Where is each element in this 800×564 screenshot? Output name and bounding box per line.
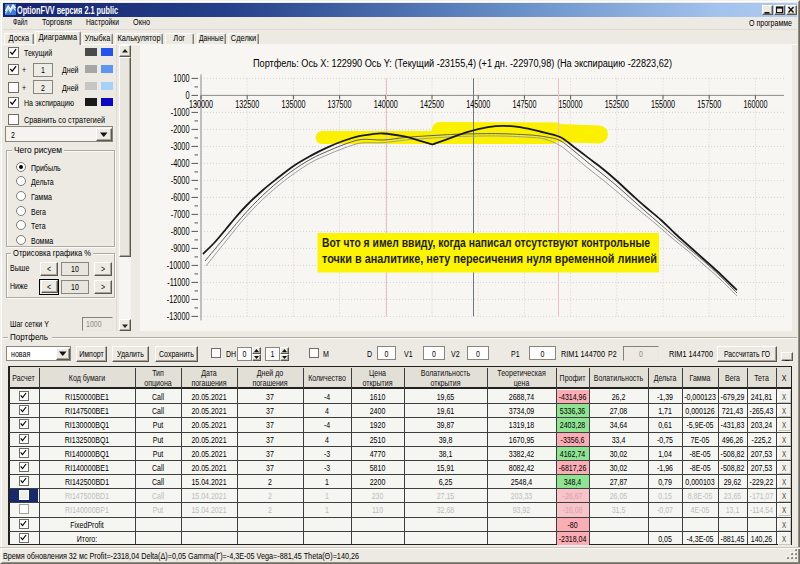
svg-text:32,68: 32,68: [437, 504, 455, 515]
svg-text:Put: Put: [153, 504, 164, 515]
svg-text:RI132500BQ1: RI132500BQ1: [65, 434, 110, 445]
svg-text:142500: 142500: [420, 99, 444, 110]
svg-text:19,61: 19,61: [437, 405, 455, 416]
svg-text:Портфель: Портфель: [10, 331, 48, 342]
svg-text:-4: -4: [324, 419, 330, 430]
svg-text:-3: -3: [324, 448, 330, 459]
svg-text:RI140000BE1: RI140000BE1: [65, 462, 109, 473]
svg-text:23,65: 23,65: [724, 490, 742, 501]
svg-text:2688,74: 2688,74: [509, 391, 534, 402]
svg-text:37: 37: [266, 448, 274, 459]
svg-text:30,02: 30,02: [610, 462, 628, 473]
svg-text:Сохранить: Сохранить: [159, 348, 194, 359]
svg-text:Текущий: Текущий: [24, 47, 52, 58]
svg-text:3734,09: 3734,09: [509, 405, 534, 416]
svg-text:Тета: Тета: [754, 372, 769, 383]
svg-text:137500: 137500: [328, 99, 352, 110]
svg-text:2: 2: [11, 129, 15, 140]
svg-text:V1: V1: [404, 348, 413, 359]
svg-text:X: X: [782, 449, 786, 459]
svg-text:2: 2: [268, 476, 272, 487]
svg-text:открытия: открытия: [431, 377, 461, 388]
svg-text:Call: Call: [152, 490, 164, 501]
svg-text:-5000: -5000: [171, 175, 190, 186]
svg-text:RI147500BD1: RI147500BD1: [65, 490, 109, 501]
svg-text:0,05: 0,05: [658, 533, 672, 544]
svg-text:RI140000BP1: RI140000BP1: [65, 504, 109, 515]
svg-text:RIM1 144700: RIM1 144700: [669, 348, 713, 359]
svg-text:_: _: [784, 350, 789, 361]
svg-text:39,87: 39,87: [437, 419, 455, 430]
svg-text:29,62: 29,62: [724, 476, 742, 487]
svg-text:Калькулятор: Калькулятор: [118, 32, 161, 43]
svg-text:Рассчитать ГО: Рассчитать ГО: [724, 348, 770, 359]
svg-text:-8E-05: -8E-05: [689, 462, 710, 473]
svg-text:X: X: [782, 534, 786, 544]
svg-text:На экспирацию: На экспирацию: [24, 97, 74, 108]
svg-text:8082,42: 8082,42: [509, 462, 534, 473]
svg-text:20.05.2021: 20.05.2021: [191, 405, 226, 416]
svg-text:Call: Call: [152, 391, 164, 402]
svg-text:Волатильность: Волатильность: [594, 372, 643, 383]
svg-text:207,53: 207,53: [751, 448, 773, 459]
svg-text:2403,28: 2403,28: [560, 419, 585, 430]
svg-text:1: 1: [271, 348, 275, 359]
svg-text:7E-05: 7E-05: [691, 434, 710, 445]
svg-text:-265,43: -265,43: [750, 405, 774, 416]
svg-text:2200: 2200: [370, 476, 386, 487]
svg-text:1610: 1610: [370, 391, 386, 402]
svg-text:-0,000123: -0,000123: [684, 391, 716, 402]
svg-text:Профит: Профит: [560, 372, 586, 383]
svg-text:0: 0: [639, 348, 643, 359]
svg-text:230: 230: [372, 490, 384, 501]
svg-text:-10000: -10000: [167, 260, 190, 271]
svg-text:опциона: опциона: [144, 377, 172, 388]
svg-text:140,26: 140,26: [751, 533, 773, 544]
svg-text:34,64: 34,64: [610, 419, 628, 430]
svg-text:погашения: погашения: [252, 377, 287, 388]
svg-text:37: 37: [266, 405, 274, 416]
svg-text:31,5: 31,5: [612, 504, 626, 515]
svg-text:-1000: -1000: [171, 107, 190, 118]
svg-text:Вот что я имел ввиду, когда на: Вот что я имел ввиду, когда написал отсу…: [322, 236, 650, 250]
svg-text:160000: 160000: [743, 99, 767, 110]
svg-text:RI130000BQ1: RI130000BQ1: [65, 419, 110, 430]
svg-text:Put: Put: [153, 448, 164, 459]
svg-text:157500: 157500: [697, 99, 721, 110]
svg-text:15.04.2021: 15.04.2021: [191, 490, 226, 501]
svg-text:-1,39: -1,39: [657, 391, 673, 402]
svg-text:0,000126: 0,000126: [685, 405, 714, 416]
svg-text:-16,08: -16,08: [563, 504, 583, 515]
svg-text:OptionFVV версия 2.1 public: OptionFVV версия 2.1 public: [17, 4, 118, 16]
svg-text:Дней: Дней: [62, 82, 79, 93]
svg-text:RI140000BQ1: RI140000BQ1: [65, 448, 110, 459]
svg-text:Тета: Тета: [31, 220, 46, 231]
svg-text:1000: 1000: [173, 73, 190, 84]
svg-text:140000: 140000: [374, 99, 398, 110]
svg-text:Ниже: Ниже: [10, 280, 28, 291]
svg-text:20.05.2021: 20.05.2021: [191, 448, 226, 459]
svg-text:33,4: 33,4: [612, 434, 626, 445]
svg-text:Сравнить со стратегией: Сравнить со стратегией: [24, 114, 105, 125]
svg-text:-6817,26: -6817,26: [559, 462, 587, 473]
svg-text:-225,2: -225,2: [752, 434, 772, 445]
svg-text:348,4: 348,4: [564, 476, 582, 487]
svg-text:20.05.2021: 20.05.2021: [191, 419, 226, 430]
svg-text:Гамма: Гамма: [690, 372, 711, 383]
svg-text:-2000: -2000: [171, 124, 190, 135]
svg-text:10: 10: [71, 263, 79, 274]
svg-text:-9000: -9000: [171, 243, 190, 254]
svg-text:X: X: [782, 406, 786, 416]
svg-text:Выше: Выше: [10, 262, 29, 273]
svg-text:496,26: 496,26: [722, 434, 744, 445]
svg-text:37: 37: [266, 462, 274, 473]
svg-text:-1,96: -1,96: [657, 462, 673, 473]
svg-text:-5,9E-05: -5,9E-05: [687, 419, 714, 430]
svg-text:15,91: 15,91: [437, 462, 455, 473]
svg-text:27,87: 27,87: [610, 476, 628, 487]
svg-text:точки в аналитике, нету переси: точки в аналитике, нету пересичения нуля…: [322, 252, 657, 266]
svg-text:20.05.2021: 20.05.2021: [191, 391, 226, 402]
svg-text:13,1: 13,1: [726, 504, 740, 515]
svg-text:Вомма: Вомма: [31, 235, 54, 246]
svg-text:FixedProfit: FixedProfit: [70, 519, 104, 530]
